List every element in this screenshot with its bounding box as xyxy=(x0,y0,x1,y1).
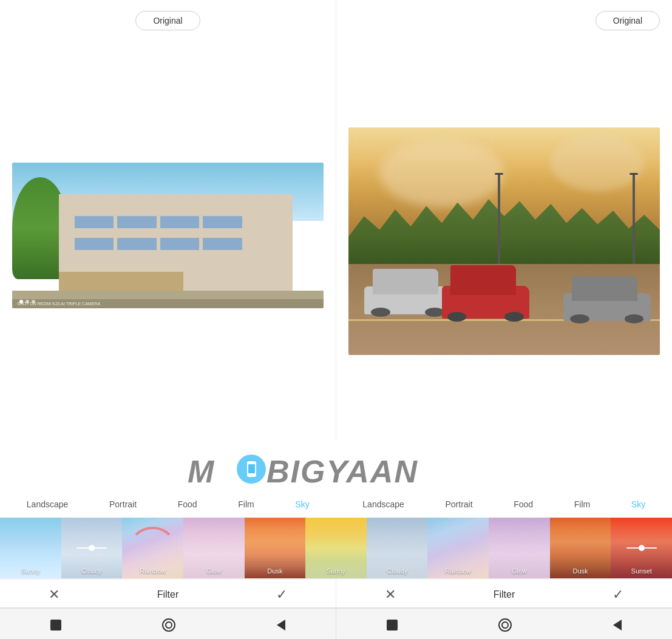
filter-glow-right[interactable]: Glow xyxy=(489,518,550,578)
circle-icon-left xyxy=(162,618,175,632)
photo-right xyxy=(348,127,660,355)
stop-button-left[interactable] xyxy=(50,620,61,631)
home-button-left[interactable] xyxy=(162,618,175,632)
tab-sky-right[interactable]: Sky xyxy=(629,496,648,513)
original-button-left[interactable]: Original xyxy=(135,11,200,30)
slider-dot-right xyxy=(639,545,645,551)
filter-dusk-left[interactable]: Dusk xyxy=(245,518,306,578)
stop-button-right[interactable] xyxy=(387,620,398,631)
slider-dot-left xyxy=(89,545,95,551)
tab-sky-left[interactable]: Sky xyxy=(293,496,311,513)
confirm-icon-right: ✓ xyxy=(613,588,623,601)
filter-sunny-left[interactable]: Sunny xyxy=(0,518,61,578)
filter-label-rainbow-left: Rainbow xyxy=(122,567,183,575)
filter-label-rainbow-right: Rainbow xyxy=(427,567,489,575)
confirm-icon-left: ✓ xyxy=(276,588,287,601)
filter-label-sunny-right: Sunny xyxy=(305,567,367,575)
stop-icon-left xyxy=(50,620,61,631)
filter-cloudy-right[interactable]: Cloudy xyxy=(367,518,428,578)
original-button-right[interactable]: Original xyxy=(596,11,660,30)
filter-rainbow-right[interactable]: Rainbow xyxy=(427,518,489,578)
filter-cloudy-left[interactable]: Cloudy xyxy=(61,518,123,578)
cancel-button-right[interactable]: ✕ xyxy=(385,588,396,601)
filter-label-cloudy-right: Cloudy xyxy=(367,567,428,575)
cancel-icon-right: ✕ xyxy=(385,588,396,601)
back-button-left[interactable] xyxy=(277,620,285,631)
filter-label-right: Filter xyxy=(494,589,515,600)
tab-food-right[interactable]: Food xyxy=(511,496,535,513)
filter-label-cloudy-left: Cloudy xyxy=(61,567,123,575)
mobigyaan-logo: M BIGYAAN xyxy=(188,452,485,489)
tab-portrait-left[interactable]: Portrait xyxy=(107,496,139,513)
tab-film-right[interactable]: Film xyxy=(572,496,592,513)
filter-rainbow-left[interactable]: Rainbow xyxy=(122,518,183,578)
circle-icon-right xyxy=(498,618,512,632)
back-icon-right xyxy=(613,620,622,631)
home-button-right[interactable] xyxy=(498,618,512,632)
filter-label-glow-right: Glow xyxy=(489,567,550,575)
svg-text:M: M xyxy=(188,454,215,489)
stop-icon-right xyxy=(387,620,398,631)
slider-left xyxy=(76,547,107,549)
filter-label-dusk-right: Dusk xyxy=(550,567,611,575)
dot-3 xyxy=(32,300,35,303)
photo-left: SHOT ON REDMI K20 AI TRIPLE CAMERA xyxy=(12,163,324,308)
tab-film-left[interactable]: Film xyxy=(236,496,256,513)
cancel-button-left[interactable]: ✕ xyxy=(49,588,59,601)
confirm-button-right[interactable]: ✓ xyxy=(613,588,623,601)
dot-1 xyxy=(19,300,23,303)
filter-dusk-right[interactable]: Dusk xyxy=(550,518,611,578)
confirm-button-left[interactable]: ✓ xyxy=(276,588,287,601)
cancel-icon-left: ✕ xyxy=(49,588,59,601)
logo-section: M BIGYAAN xyxy=(0,440,672,495)
filter-label-sunset-right: Sunset xyxy=(611,567,672,575)
filter-sunny-right[interactable]: Sunny xyxy=(305,518,367,578)
filter-strip: Sunny Cloudy Rainbow Glow Dusk Sunny xyxy=(0,518,672,578)
slider-right xyxy=(626,547,657,549)
svg-text:BIGYAAN: BIGYAAN xyxy=(266,454,418,489)
filter-label-glow-left: Glow xyxy=(183,567,245,575)
filter-sunset-right[interactable]: Sunset xyxy=(611,518,672,578)
tab-landscape-left[interactable]: Landscape xyxy=(24,496,71,513)
filter-glow-left[interactable]: Glow xyxy=(183,518,245,578)
back-button-right[interactable] xyxy=(613,620,622,631)
back-icon-left xyxy=(277,620,285,631)
filter-label-left: Filter xyxy=(157,589,179,600)
watermark: SHOT ON REDMI K20 AI TRIPLE CAMERA xyxy=(12,299,324,308)
filter-label-dusk-left: Dusk xyxy=(245,567,306,575)
filter-label-sunny-left: Sunny xyxy=(0,567,61,575)
tab-portrait-right[interactable]: Portrait xyxy=(443,496,475,513)
tab-landscape-right[interactable]: Landscape xyxy=(360,496,407,513)
dot-2 xyxy=(25,300,29,303)
svg-rect-3 xyxy=(248,464,255,473)
tab-food-left[interactable]: Food xyxy=(175,496,200,513)
